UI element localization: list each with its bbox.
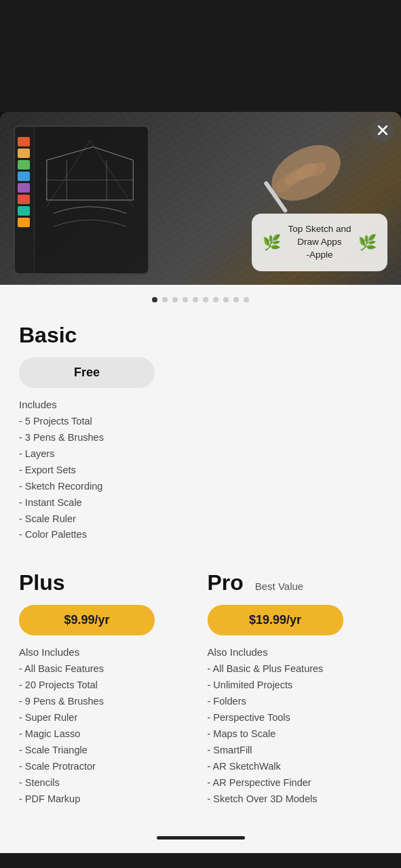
list-item: - Scale Triangle [19,743,194,759]
dot-7[interactable] [213,297,218,302]
list-item: - PDF Markup [19,791,194,808]
dot-5[interactable] [193,297,198,302]
list-item: - 3 Pens & Brushes [19,430,382,446]
list-item: - Super Ruler [19,710,194,726]
svg-line-1 [93,147,133,161]
best-value-badge: Best Value [255,580,303,592]
list-item: - SmartFill [208,743,383,759]
plans-row: Plus $9.99/yr Also Includes - All Basic … [19,570,382,807]
list-item: - Magic Lasso [19,726,194,743]
award-text: Top Sketch and Draw Apps -Apple [284,223,355,262]
pricing-area: Basic Free Includes - 5 Projects Total -… [0,309,401,828]
basic-price-button[interactable]: Free [19,357,155,388]
dot-6[interactable] [203,297,208,302]
basic-feature-list: - 5 Projects Total - 3 Pens & Brushes - … [19,414,382,543]
list-item: - Scale Protractor [19,759,194,775]
dot-2[interactable] [162,297,168,302]
list-item: - All Basic Features [19,661,194,677]
close-button[interactable] [371,119,394,142]
list-item: - 5 Projects Total [19,414,382,430]
list-item: - Perspective Tools [208,710,383,726]
list-item: - Scale Ruler [19,511,382,528]
list-item: - Maps to Scale [208,726,383,743]
dot-1[interactable] [152,297,157,302]
pro-price-button[interactable]: $19.99/yr [208,605,343,635]
bottom-bar [0,828,401,853]
content-area: Basic Free Includes - 5 Projects Total -… [0,285,401,853]
dot-8[interactable] [223,297,229,302]
dot-10[interactable] [244,297,249,302]
svg-line-9 [90,140,134,207]
laurel-left-icon: 🌿 [263,234,281,252]
list-item: - All Basic & Plus Features [208,661,383,677]
list-item: - Sketch Over 3D Models [208,791,383,808]
plus-feature-list: - All Basic Features - 20 Projects Total… [19,661,194,807]
list-item: - AR Perspective Finder [208,775,383,791]
tablet-device [14,125,149,275]
list-item: - Instant Scale [19,495,382,511]
list-item: - Export Sets [19,462,382,479]
pro-plan: Pro Best Value $19.99/yr Also Includes -… [201,570,383,807]
carousel-dots [0,285,401,309]
dot-4[interactable] [183,297,188,302]
list-item: - AR SketchWalk [208,759,383,775]
svg-line-0 [47,147,94,161]
laurel-right-icon: 🌿 [358,234,377,252]
basic-plan-title: Basic [19,323,382,348]
list-item: - Sketch Recording [19,479,382,495]
plus-includes-title: Also Includes [19,646,194,658]
basic-plan: Basic Free Includes - 5 Projects Total -… [19,323,382,543]
pro-includes-title: Also Includes [208,646,383,658]
sketch-area [39,134,145,267]
color-swatches [18,137,30,227]
list-item: - 9 Pens & Brushes [19,694,194,710]
list-item: - Layers [19,446,382,462]
pro-feature-list: - All Basic & Plus Features - Unlimited … [208,661,383,807]
hero-image: 🌿 Top Sketch and Draw Apps -Apple 🌿 [0,112,401,285]
dot-9[interactable] [233,297,239,302]
list-item: - Color Palettes [19,527,382,543]
award-badge: 🌿 Top Sketch and Draw Apps -Apple 🌿 [252,214,387,271]
basic-includes-title: Includes [19,399,382,410]
list-item: - Stencils [19,775,194,791]
list-item: - 20 Projects Total [19,677,194,694]
pro-plan-title: Pro Best Value [208,570,383,595]
plus-plan-title: Plus [19,570,194,595]
plus-price-button[interactable]: $9.99/yr [19,605,155,635]
close-icon [378,125,387,135]
dot-3[interactable] [172,297,178,302]
list-item: - Unlimited Projects [208,677,383,694]
list-item: - Folders [208,694,383,710]
svg-line-8 [47,140,90,207]
plus-plan: Plus $9.99/yr Also Includes - All Basic … [19,570,201,807]
home-indicator [157,836,245,840]
